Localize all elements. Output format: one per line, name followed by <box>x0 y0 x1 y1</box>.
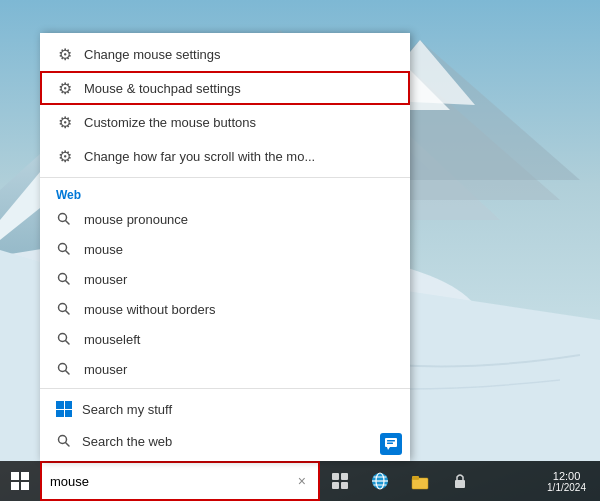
taskbar: mouse × <box>0 461 600 501</box>
win-block-2 <box>65 401 73 409</box>
web-item-mouse[interactable]: mouse <box>40 234 410 264</box>
svg-line-17 <box>66 281 70 285</box>
search-web-label: Search the web <box>82 434 172 449</box>
ie-browser-button[interactable] <box>360 461 400 501</box>
web-item-text-1: mouse pronounce <box>84 212 188 227</box>
svg-rect-28 <box>387 440 395 442</box>
search-box[interactable]: mouse × <box>40 461 320 501</box>
windows-icon-small <box>56 401 72 417</box>
menu-item-mouse-touchpad[interactable]: ⚙ Mouse & touchpad settings <box>40 71 410 105</box>
file-explorer-button[interactable] <box>400 461 440 501</box>
lock-button[interactable] <box>440 461 480 501</box>
search-input-value[interactable]: mouse <box>50 474 294 489</box>
gear-icon-4: ⚙ <box>56 147 74 165</box>
system-clock: 12:00 1/1/2024 <box>541 470 592 493</box>
win-block-3 <box>56 410 64 418</box>
start-button[interactable] <box>0 461 40 501</box>
menu-item-customize-buttons[interactable]: ⚙ Customize the mouse buttons <box>40 105 410 139</box>
svg-line-25 <box>66 443 70 447</box>
svg-marker-27 <box>387 447 390 450</box>
clock-date: 1/1/2024 <box>547 482 586 493</box>
web-item-mouser[interactable]: mouser <box>40 264 410 294</box>
svg-rect-32 <box>332 482 339 489</box>
search-box-container: mouse × <box>40 461 320 501</box>
taskbar-icons <box>320 461 480 501</box>
menu-item-change-scroll[interactable]: ⚙ Change how far you scroll with the mo.… <box>40 139 410 173</box>
search-clear-button[interactable]: × <box>294 471 310 491</box>
win-logo-block-3 <box>11 482 19 490</box>
win-logo-block-4 <box>21 482 29 490</box>
search-my-stuff-label: Search my stuff <box>82 402 172 417</box>
gear-icon-1: ⚙ <box>56 45 74 63</box>
svg-line-23 <box>66 371 70 375</box>
clock-time: 12:00 <box>547 470 586 482</box>
svg-rect-31 <box>341 473 348 480</box>
menu-item-text-1: Change mouse settings <box>84 47 221 62</box>
web-item-text-4: mouse without borders <box>84 302 216 317</box>
win-logo-block-1 <box>11 472 19 480</box>
web-item-text-5: mouseleft <box>84 332 140 347</box>
win-block-1 <box>56 401 64 409</box>
search-web-icon <box>56 433 72 449</box>
svg-line-13 <box>66 221 70 225</box>
web-item-mouser2[interactable]: mouser <box>40 354 410 384</box>
svg-line-15 <box>66 251 70 255</box>
search-my-stuff-button[interactable]: Search my stuff <box>40 393 410 425</box>
web-item-text-6: mouser <box>84 362 127 377</box>
search-icon-3 <box>56 271 72 287</box>
win-logo-block-2 <box>21 472 29 480</box>
search-panel: ⚙ Change mouse settings ⚙ Mouse & touchp… <box>40 33 410 461</box>
taskbar-system-tray: 12:00 1/1/2024 <box>541 461 600 501</box>
desktop: ⚙ Change mouse settings ⚙ Mouse & touchp… <box>0 0 600 501</box>
web-section-header: Web <box>40 182 410 204</box>
bottom-actions: Search my stuff Search the web <box>40 388 410 461</box>
gear-icon-2: ⚙ <box>56 79 74 97</box>
task-view-button[interactable] <box>320 461 360 501</box>
menu-item-text-4: Change how far you scroll with the mo... <box>84 149 315 164</box>
web-item-mouse-without-borders[interactable]: mouse without borders <box>40 294 410 324</box>
web-item-mouse-pronounce[interactable]: mouse pronounce <box>40 204 410 234</box>
search-icon-4 <box>56 301 72 317</box>
web-item-text-3: mouser <box>84 272 127 287</box>
svg-rect-42 <box>455 480 465 488</box>
windows-logo <box>11 472 29 490</box>
web-item-mouseleft[interactable]: mouseleft <box>40 324 410 354</box>
svg-rect-29 <box>387 443 393 445</box>
menu-item-change-mouse-settings[interactable]: ⚙ Change mouse settings <box>40 37 410 71</box>
web-item-text-2: mouse <box>84 242 123 257</box>
search-icon-6 <box>56 361 72 377</box>
gear-icon-3: ⚙ <box>56 113 74 131</box>
search-icon-1 <box>56 211 72 227</box>
svg-rect-30 <box>332 473 339 480</box>
search-icon-5 <box>56 331 72 347</box>
svg-line-21 <box>66 341 70 345</box>
search-icon-2 <box>56 241 72 257</box>
menu-item-text-2: Mouse & touchpad settings <box>84 81 241 96</box>
svg-rect-33 <box>341 482 348 489</box>
settings-section: ⚙ Change mouse settings ⚙ Mouse & touchp… <box>40 33 410 178</box>
svg-line-19 <box>66 311 70 315</box>
win-block-4 <box>65 410 73 418</box>
chat-bubble-icon[interactable] <box>380 433 402 455</box>
search-web-button[interactable]: Search the web <box>40 425 410 457</box>
web-section: Web mouse pronounce mouse <box>40 178 410 388</box>
menu-item-text-3: Customize the mouse buttons <box>84 115 256 130</box>
